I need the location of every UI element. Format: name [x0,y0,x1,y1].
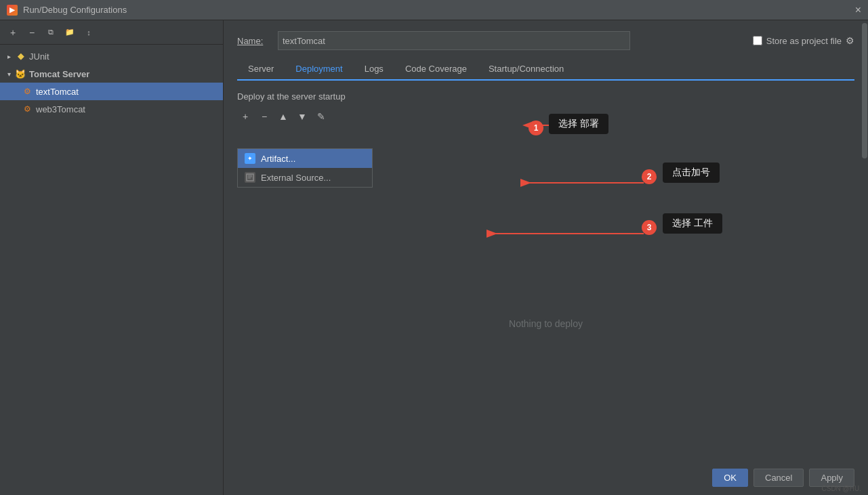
deploy-dropdown-menu: ✦ Artifact... External Source... [237,148,373,188]
sidebar-item-junit[interactable]: ▸ ◆ JUnit [0,47,223,65]
nothing-to-deploy: Nothing to deploy [509,318,583,329]
external-source-icon [245,172,255,183]
artifact-icon: ✦ [245,153,255,164]
dialog-title: Run/Debug Configurations [23,5,127,15]
folder-config-button[interactable]: 📁 [62,25,77,40]
external-source-label: External Source... [261,173,331,183]
tab-deployment[interactable]: Deployment [285,58,353,81]
annotation-circle-3: 3 [642,220,657,235]
edit-deploy-button[interactable]: ✎ [313,108,329,125]
tomcat-group-icon: 🐱 [15,68,26,79]
annotation-circle-2: 2 [642,169,657,184]
tomcat-arrow: ▾ [4,69,14,79]
remove-config-button[interactable]: − [24,25,39,40]
artifact-option[interactable]: ✦ Artifact... [238,149,372,168]
app-icon: ▶ [7,5,18,16]
watermark: CSDN @HU. [822,485,862,492]
name-label: Name: [237,36,271,46]
tomcat-server-label: Tomcat Server [29,69,89,79]
add-config-button[interactable]: + [5,25,20,40]
copy-config-button[interactable]: ⧉ [43,25,58,40]
name-input[interactable] [278,31,630,50]
scrollbar[interactable] [861,20,868,495]
junit-label: JUnit [29,51,49,62]
scrollbar-thumb[interactable] [862,23,867,158]
cancel-button[interactable]: Cancel [753,469,804,487]
store-project-file-row: Store as project file ⚙ [753,35,854,46]
deploy-toolbar: + − ▲ ▼ ✎ [237,108,854,125]
web3Tomcat-label: web3Tomcat [36,104,85,114]
sidebar-toolbar: + − ⧉ 📁 ↕ [0,20,223,45]
junit-arrow: ▸ [4,51,14,61]
title-bar: ▶ Run/Debug Configurations × [0,0,868,20]
move-up-deploy-button[interactable]: ▲ [275,108,291,125]
tab-code-coverage[interactable]: Code Coverage [394,58,478,81]
external-source-option[interactable]: External Source... [238,168,372,187]
annotation-bubble-2: 点击加号 [663,163,720,183]
sidebar-item-textTomcat[interactable]: ⚙ textTomcat [0,83,223,100]
artifact-label: Artifact... [261,154,295,164]
content-panel: Name: Store as project file ⚙ Server Dep… [224,20,868,495]
web3Tomcat-icon: ⚙ [22,104,33,114]
textTomcat-label: textTomcat [36,87,79,97]
annotation-circle-1: 1 [529,121,543,135]
configuration-tabs: Server Deployment Logs Code Coverage Sta… [237,58,854,81]
name-row: Name: Store as project file ⚙ [237,31,854,50]
store-project-label: Store as project file [766,36,842,46]
textTomcat-icon: ⚙ [22,86,33,97]
deploy-section-label: Deploy at the server startup [237,91,854,102]
tab-server[interactable]: Server [237,58,285,81]
ok-button[interactable]: OK [712,469,748,487]
remove-deploy-button[interactable]: − [256,108,272,125]
deployment-tab-content: Deploy at the server startup + − ▲ ▼ ✎ ✦… [237,81,854,495]
add-deploy-button[interactable]: + [237,108,253,125]
junit-icon: ◆ [15,51,26,62]
store-gear-icon[interactable]: ⚙ [846,35,854,46]
annotation-bubble-3: 选择 工件 [663,213,722,234]
tab-startup-connection[interactable]: Startup/Connection [478,58,575,81]
annotation-bubble-1: 选择 部署 [549,114,608,134]
configuration-tree: ▸ ◆ JUnit ▾ 🐱 Tomcat Server ⚙ textTomcat… [0,45,223,495]
sidebar-item-web3Tomcat[interactable]: ⚙ web3Tomcat [0,100,223,118]
move-down-deploy-button[interactable]: ▼ [294,108,310,125]
sidebar: + − ⧉ 📁 ↕ ▸ ◆ JUnit ▾ 🐱 Tomcat Server ⚙ … [0,20,224,495]
main-layout: + − ⧉ 📁 ↕ ▸ ◆ JUnit ▾ 🐱 Tomcat Server ⚙ … [0,20,868,495]
apply-button[interactable]: Apply [809,469,854,487]
bottom-buttons: OK Cancel Apply [712,469,854,487]
tab-logs[interactable]: Logs [354,58,394,81]
store-project-checkbox[interactable] [753,36,762,45]
close-button[interactable]: × [855,4,861,16]
sidebar-item-tomcat-server[interactable]: ▾ 🐱 Tomcat Server [0,65,223,83]
sort-config-button[interactable]: ↕ [81,25,96,40]
